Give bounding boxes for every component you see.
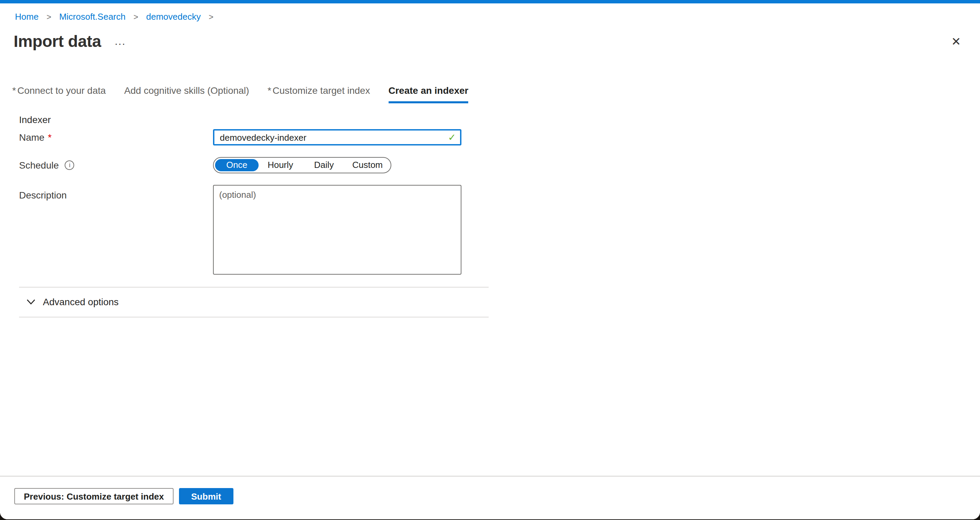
chevron-right-icon: > [208,12,213,22]
tab-add-cognitive-skills[interactable]: Add cognitive skills (Optional) [124,84,249,103]
breadcrumb-link-demovedecky[interactable]: demovedecky [146,11,201,22]
description-row: Description [19,185,980,274]
indexer-section-heading: Indexer [19,114,980,126]
schedule-label-text: Schedule [19,160,59,171]
submit-button[interactable]: Submit [179,488,234,504]
schedule-option-hourly[interactable]: Hourly [259,159,302,171]
schedule-toggle-group: Once Hourly Daily Custom [213,157,391,173]
tab-connect-to-your-data[interactable]: *Connect to your data [12,84,106,103]
schedule-label: Schedule i [19,160,213,171]
page-header: Import data ... [14,31,980,52]
wizard-footer: Previous: Customize target index Submit [0,476,980,519]
ellipsis-icon: ... [115,35,126,47]
chevron-right-icon: > [47,12,51,22]
name-field: ✓ [213,129,461,146]
tab-customize-target-index[interactable]: *Customize target index [267,84,370,103]
schedule-option-custom[interactable]: Custom [346,159,389,171]
breadcrumb-link-home[interactable]: Home [15,11,38,22]
advanced-options-label: Advanced options [43,296,119,308]
schedule-row: Schedule i Once Hourly Daily Custom [19,157,980,173]
tab-label: Customize target index [272,85,370,96]
page-title: Import data [14,31,101,52]
indexer-form: Indexer Name * ✓ Schedule i Once [0,114,980,317]
more-options-button[interactable]: ... [112,37,129,46]
name-label-text: Name [19,132,45,143]
advanced-options-section: Advanced options [19,287,488,317]
indexer-name-input[interactable] [213,129,461,146]
name-label: Name * [19,132,213,143]
tab-label: Connect to your data [18,85,106,96]
breadcrumb: Home > Microsoft.Search > demovedecky > [0,3,980,23]
close-icon: ✕ [951,35,961,48]
chevron-right-icon: > [134,12,138,22]
tab-create-an-indexer[interactable]: Create an indexer [388,84,468,103]
required-marker: * [12,85,16,96]
breadcrumb-link-microsoft-search[interactable]: Microsoft.Search [59,11,126,22]
portal-top-bar [0,0,980,3]
info-icon[interactable]: i [65,160,75,170]
close-button[interactable]: ✕ [950,33,963,50]
required-asterisk: * [48,132,52,143]
schedule-option-once[interactable]: Once [215,159,259,171]
description-label: Description [19,185,213,201]
previous-button[interactable]: Previous: Customize target index [14,488,173,504]
valid-checkmark-icon: ✓ [448,132,456,143]
tab-label: Create an indexer [388,85,468,96]
azure-portal-screen: Home > Microsoft.Search > demovedecky > … [0,0,980,520]
name-row: Name * ✓ [19,129,980,146]
schedule-option-daily[interactable]: Daily [302,159,346,171]
required-marker: * [267,85,271,96]
tab-label: Add cognitive skills (Optional) [124,85,249,96]
chevron-down-icon [27,299,35,304]
import-data-panel: Home > Microsoft.Search > demovedecky > … [0,3,980,519]
description-textarea[interactable] [213,185,461,274]
advanced-options-toggle[interactable]: Advanced options [19,287,488,317]
wizard-tabs: *Connect to your data Add cognitive skil… [12,84,980,103]
